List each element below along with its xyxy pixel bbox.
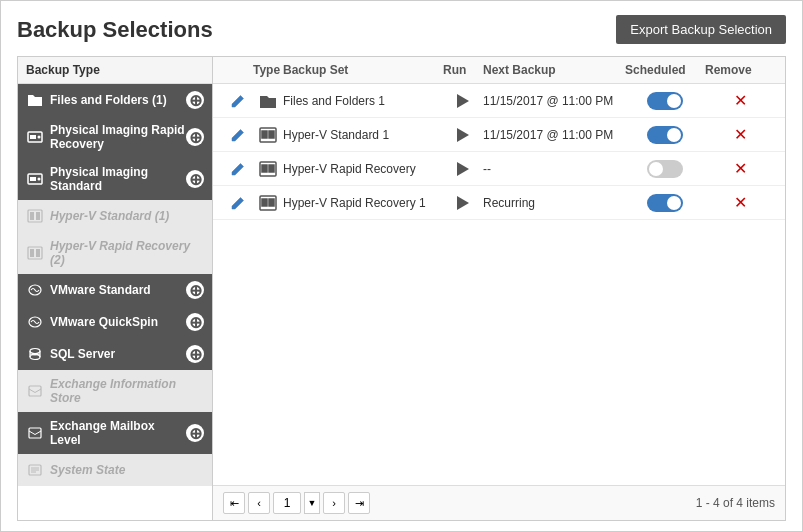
sidebar-item-label-hyperv-rapid: Hyper-V Rapid Recovery (2) (50, 239, 204, 267)
physical-rapid-icon (26, 128, 44, 146)
svg-rect-10 (30, 249, 34, 257)
exchange-mailbox-icon (26, 424, 44, 442)
sidebar-item-label-exchange-mailbox: Exchange Mailbox Level (50, 419, 186, 447)
physical-standard-icon (26, 170, 44, 188)
backup-set-row4: Hyper-V Rapid Recovery 1 (283, 196, 443, 210)
sidebar-item-exchange-mailbox[interactable]: Exchange Mailbox Level ⊕ (18, 412, 212, 454)
remove-btn-row3[interactable]: ✕ (705, 159, 775, 178)
sidebar-item-label-hyperv-standard: Hyper-V Standard (1) (50, 209, 204, 223)
col-header-remove: Remove (705, 63, 775, 77)
pagination-controls: ⇤ ‹ ▼ › ⇥ (223, 492, 370, 514)
run-btn-row2[interactable] (443, 128, 483, 142)
table-body: Files and Folders 1 11/15/2017 @ 11:00 P… (213, 84, 785, 485)
content-area: Type Backup Set Run Next Backup Schedule… (213, 57, 785, 520)
export-button[interactable]: Export Backup Selection (616, 15, 786, 44)
svg-rect-19 (29, 386, 41, 396)
next-backup-row4: Recurring (483, 196, 625, 210)
sidebar-item-vmware-quickspin[interactable]: VMware QuickSpin ⊕ (18, 306, 212, 338)
last-page-btn[interactable]: ⇥ (348, 492, 370, 514)
page-input[interactable] (273, 492, 301, 514)
svg-rect-8 (36, 212, 40, 220)
sidebar-item-system-state: System State (18, 454, 212, 486)
type-icon-row2 (253, 127, 283, 143)
sidebar-item-label-exchange-info: Exchange Information Store (50, 377, 204, 405)
hyperv-standard-icon (26, 207, 44, 225)
page-title: Backup Selections (17, 17, 213, 43)
svg-rect-7 (30, 212, 34, 220)
sidebar-item-physical-standard[interactable]: Physical Imaging Standard ⊕ (18, 158, 212, 200)
edit-icon-row4[interactable] (223, 196, 253, 210)
sidebar-item-label-vmware-standard: VMware Standard (50, 283, 186, 297)
sidebar-item-hyperv-rapid: Hyper-V Rapid Recovery (2) (18, 232, 212, 274)
sidebar-add-btn-exchange-mailbox[interactable]: ⊕ (186, 424, 204, 442)
table-header: Type Backup Set Run Next Backup Schedule… (213, 57, 785, 84)
scheduled-toggle-row1[interactable] (625, 92, 705, 110)
table-row: Hyper-V Rapid Recovery 1 Recurring ✕ (213, 186, 785, 220)
svg-rect-33 (269, 199, 274, 206)
remove-btn-row2[interactable]: ✕ (705, 125, 775, 144)
sidebar-add-btn-sql[interactable]: ⊕ (186, 345, 204, 363)
backup-set-row2: Hyper-V Standard 1 (283, 128, 443, 142)
sql-server-icon (26, 345, 44, 363)
svg-rect-1 (30, 135, 36, 139)
col-header-edit (223, 63, 253, 77)
svg-rect-30 (269, 165, 274, 172)
sidebar-item-label-files-folders: Files and Folders (1) (50, 93, 186, 107)
scheduled-toggle-row3[interactable] (625, 160, 705, 178)
svg-point-14 (30, 349, 40, 354)
backup-set-row3: Hyper-V Rapid Recovery (283, 162, 443, 176)
sidebar-item-sql-server[interactable]: SQL Server ⊕ (18, 338, 212, 370)
type-icon-row1 (253, 93, 283, 109)
edit-icon-row2[interactable] (223, 128, 253, 142)
sidebar-add-btn-physical-rapid[interactable]: ⊕ (186, 128, 204, 146)
type-icon-row3 (253, 161, 283, 177)
pagination-summary: 1 - 4 of 4 items (696, 496, 775, 510)
type-icon-row4 (253, 195, 283, 211)
run-btn-row4[interactable] (443, 196, 483, 210)
sidebar-add-btn-vmware-standard[interactable]: ⊕ (186, 281, 204, 299)
svg-rect-11 (36, 249, 40, 257)
scheduled-toggle-row2[interactable] (625, 126, 705, 144)
folder-icon (26, 91, 44, 109)
edit-icon-row3[interactable] (223, 162, 253, 176)
svg-rect-4 (30, 177, 36, 181)
col-header-scheduled: Scheduled (625, 63, 705, 77)
sidebar-add-btn-vmware-quickspin[interactable]: ⊕ (186, 313, 204, 331)
sidebar-item-files-folders[interactable]: Files and Folders (1) ⊕ (18, 84, 212, 116)
table-row: Hyper-V Rapid Recovery -- ✕ (213, 152, 785, 186)
vmware-quickspin-icon (26, 313, 44, 331)
first-page-btn[interactable]: ⇤ (223, 492, 245, 514)
prev-page-btn[interactable]: ‹ (248, 492, 270, 514)
run-btn-row3[interactable] (443, 162, 483, 176)
hyperv-rapid-icon (26, 244, 44, 262)
next-backup-row2: 11/15/2017 @ 11:00 PM (483, 128, 625, 142)
svg-point-5 (38, 178, 41, 181)
sidebar-add-btn-physical-standard[interactable]: ⊕ (186, 170, 204, 188)
pagination: ⇤ ‹ ▼ › ⇥ 1 - 4 of 4 items (213, 485, 785, 520)
vmware-standard-icon (26, 281, 44, 299)
scheduled-toggle-row4[interactable] (625, 194, 705, 212)
sidebar-item-vmware-standard[interactable]: VMware Standard ⊕ (18, 274, 212, 306)
remove-btn-row4[interactable]: ✕ (705, 193, 775, 212)
next-page-btn[interactable]: › (323, 492, 345, 514)
backup-set-row1: Files and Folders 1 (283, 94, 443, 108)
next-backup-row3: -- (483, 162, 625, 176)
svg-rect-29 (262, 165, 267, 172)
sidebar-item-hyperv-standard: Hyper-V Standard (1) (18, 200, 212, 232)
next-backup-row1: 11/15/2017 @ 11:00 PM (483, 94, 625, 108)
svg-rect-26 (262, 131, 267, 138)
table-row: Files and Folders 1 11/15/2017 @ 11:00 P… (213, 84, 785, 118)
svg-rect-32 (262, 199, 267, 206)
system-state-icon (26, 461, 44, 479)
sidebar-item-label-sql-server: SQL Server (50, 347, 186, 361)
page-dropdown-btn[interactable]: ▼ (304, 492, 320, 514)
sidebar-item-physical-rapid[interactable]: Physical Imaging Rapid Recovery ⊕ (18, 116, 212, 158)
svg-point-2 (38, 136, 41, 139)
col-header-type: Type (253, 63, 283, 77)
remove-btn-row1[interactable]: ✕ (705, 91, 775, 110)
sidebar-item-label-vmware-quickspin: VMware QuickSpin (50, 315, 186, 329)
sidebar: Backup Type Files and Folders (1) ⊕ (18, 57, 213, 520)
edit-icon-row1[interactable] (223, 94, 253, 108)
sidebar-add-btn-files[interactable]: ⊕ (186, 91, 204, 109)
run-btn-row1[interactable] (443, 94, 483, 108)
